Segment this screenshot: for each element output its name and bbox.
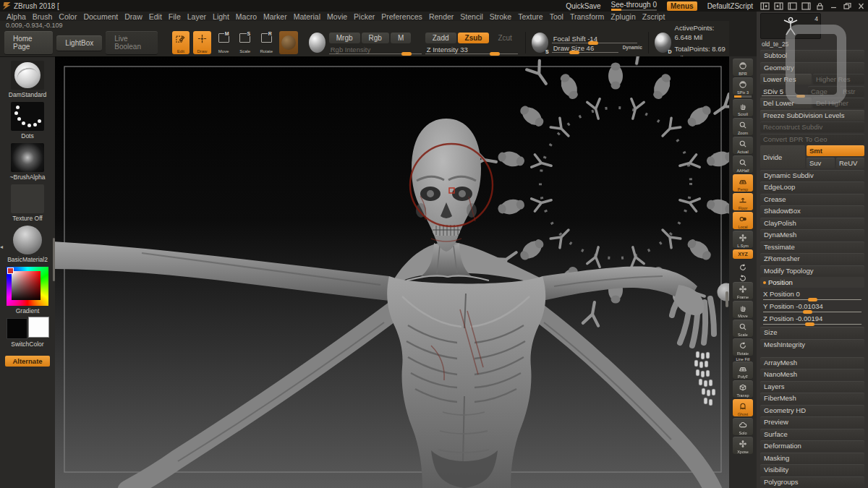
zcut-button[interactable]: Zcut [490, 33, 519, 43]
current-material[interactable]: BasicMaterial2 [0, 226, 55, 263]
current-tool-thumbnail[interactable]: 4 [760, 13, 821, 39]
m-button[interactable]: M [391, 33, 411, 43]
sculptris-pro-button[interactable] [279, 31, 298, 54]
position-section[interactable]: Position [760, 277, 864, 288]
menu-item[interactable]: Edit [149, 12, 162, 21]
zoom-button[interactable]: Zoom [732, 118, 754, 135]
subtool-section[interactable]: Subtool [760, 50, 864, 61]
panel-section[interactable]: Visibility [760, 464, 864, 475]
panel-section[interactable]: DynaMesh [760, 229, 864, 240]
reconstruct-subdiv-button[interactable]: Reconstruct Subdiv [760, 121, 864, 132]
menu-item[interactable]: Texture [518, 12, 542, 21]
position-slider[interactable]: X Position 0 [760, 289, 864, 301]
menu-item[interactable]: Tool [550, 12, 563, 21]
menu-item[interactable]: File [169, 12, 181, 21]
panel-section[interactable]: Dynamic Subdiv [760, 170, 864, 181]
menu-item[interactable]: Preferences [381, 12, 422, 21]
menu-item[interactable]: Brush [33, 12, 52, 21]
convert-bpr-button[interactable]: Convert BPR To Geo [760, 134, 864, 145]
minimize-button[interactable] [829, 2, 838, 10]
reuv-button[interactable]: ReUV [836, 158, 864, 168]
panel-section[interactable]: ZRemesher [760, 253, 864, 264]
sculpt-viewport[interactable] [55, 56, 729, 488]
menu-item[interactable]: Draw [124, 12, 142, 21]
default-zscript-button[interactable]: DefaultZScript [707, 2, 753, 10]
frame-button[interactable]: Frame [732, 282, 754, 299]
panel-section[interactable]: Crease [760, 194, 864, 205]
polyf-button[interactable]: Line Fill PolyF [732, 357, 754, 379]
lower-res-button[interactable]: Lower Res [760, 74, 812, 85]
ghost-button[interactable]: Ghost [732, 399, 754, 416]
panel-section[interactable]: Modify Topology [760, 265, 864, 276]
menu-item[interactable]: Render [429, 12, 454, 21]
spix-button[interactable]: SPix 3 [732, 77, 754, 98]
current-texture[interactable]: Texture Off [0, 184, 55, 222]
rstr-button[interactable]: Rstr [840, 86, 864, 97]
panel-section[interactable]: EdgeLoop [760, 181, 864, 192]
sdiv-slider[interactable]: SDiv 5 [760, 86, 807, 97]
left-divider-arrow-icon[interactable]: ◂ [0, 244, 3, 250]
panel-section[interactable]: Preview [760, 416, 864, 427]
panel-section[interactable]: Deformation [760, 440, 864, 451]
menu-item[interactable]: Macro [236, 12, 257, 21]
menu-item[interactable]: Document [83, 12, 118, 21]
size-section[interactable]: Size [760, 327, 864, 338]
panel-section[interactable]: Layers [760, 381, 864, 392]
quicksave-button[interactable]: QuickSave [566, 2, 600, 10]
sculpt-render[interactable] [55, 56, 729, 488]
menu-item[interactable]: Picker [354, 12, 375, 21]
position-slider[interactable]: Z Position -0.00194 [760, 314, 864, 326]
current-alpha[interactable]: ~BrushAlpha [0, 143, 55, 181]
lightbox-button[interactable]: LightBox [56, 35, 102, 51]
panel-section[interactable]: Tessimate [760, 241, 864, 252]
geometry-section[interactable]: Geometry [760, 62, 864, 73]
menu-item[interactable]: Color [59, 12, 77, 21]
menu-item[interactable]: Movie [327, 12, 347, 21]
divider-left-icon[interactable] [788, 2, 797, 10]
scroll-button[interactable]: Scroll [732, 99, 754, 116]
local-button[interactable]: Local [732, 212, 754, 229]
panel-section[interactable]: Masking [760, 453, 864, 463]
see-through-slider[interactable]: See-through 0 [611, 1, 657, 11]
move-button[interactable]: M Move [215, 31, 233, 54]
menu-item[interactable]: Transform [570, 12, 604, 21]
menu-item[interactable]: Stroke [490, 12, 511, 21]
menu-item[interactable]: Alpha [7, 12, 26, 21]
right-tray-toggle-icon[interactable] [774, 2, 783, 10]
switch-color[interactable]: SwitchColor [0, 318, 55, 348]
restore-button[interactable] [843, 2, 852, 10]
menu-item[interactable]: Marker [263, 12, 287, 21]
mrgb-button[interactable]: Mrgb [329, 33, 360, 43]
zadd-button[interactable]: Zadd [425, 33, 456, 43]
rgb-button[interactable]: Rgb [362, 33, 389, 43]
floor-button[interactable]: Floor [732, 193, 754, 210]
divide-button[interactable]: Divide [760, 145, 805, 168]
home-page-button[interactable]: Home Page [4, 31, 53, 54]
rotate-strip-button[interactable]: Rotate [732, 338, 754, 356]
mesh-integrity-section[interactable]: MeshIntegrity [760, 339, 864, 350]
move-strip-button[interactable]: Move [732, 301, 754, 318]
draw-indicator-icon[interactable]: D [655, 33, 671, 53]
scale-strip-button[interactable]: Scale [732, 320, 754, 337]
panel-section[interactable]: Surface [760, 429, 864, 440]
menu-item[interactable]: Zplugin [610, 12, 635, 21]
menu-item[interactable]: Layer [187, 12, 206, 21]
solo-button[interactable]: Solo [732, 418, 754, 435]
lsym-button[interactable]: L.Sym [732, 231, 754, 248]
draw-size-slider[interactable]: Draw Size 46 [552, 44, 618, 51]
menu-item[interactable]: Zscript [642, 12, 665, 21]
smt-toggle[interactable]: Smt [807, 145, 864, 156]
material-sphere-icon[interactable] [309, 33, 326, 53]
main-color-swatch[interactable] [7, 318, 27, 339]
rotate-button[interactable]: R Rotate [258, 31, 276, 54]
del-higher-button[interactable]: Del Higher [813, 98, 864, 108]
color-picker[interactable]: Gradient [0, 267, 55, 314]
panel-section[interactable]: Polygroups [760, 476, 864, 487]
rgb-intensity-slider[interactable]: Rgb Intensity [329, 46, 422, 53]
panel-section[interactable]: ShadowBox [760, 205, 864, 216]
xpose-button[interactable]: Xpose [732, 437, 754, 454]
bpr-button[interactable]: BPR [732, 59, 754, 76]
xyz-button[interactable]: XYZ [732, 249, 754, 259]
focal-shift-slider[interactable]: Focal Shift -14 [552, 35, 637, 42]
aahalf-button[interactable]: AAHalf [732, 155, 754, 173]
